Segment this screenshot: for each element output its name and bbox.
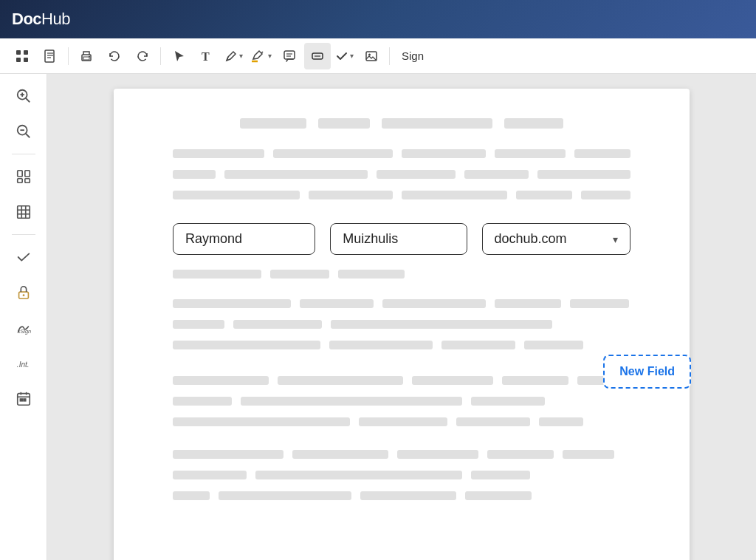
sidebar-separator-2 bbox=[12, 234, 35, 235]
placeholder bbox=[570, 299, 629, 308]
placeholder bbox=[278, 376, 403, 385]
placeholder bbox=[402, 191, 507, 199]
placeholder bbox=[233, 320, 322, 329]
logo-hub: Hub bbox=[41, 10, 70, 28]
placeholder bbox=[173, 341, 320, 349]
zoom-out-button[interactable] bbox=[7, 115, 40, 148]
first-name-field[interactable]: Raymond bbox=[173, 223, 315, 255]
pages-button[interactable] bbox=[37, 43, 63, 69]
svg-text:T: T bbox=[202, 50, 210, 63]
last-name-field[interactable]: Muizhulis bbox=[330, 223, 467, 255]
placeholder bbox=[173, 450, 284, 459]
initials-button[interactable]: .Int. bbox=[7, 347, 40, 380]
placeholder bbox=[300, 299, 374, 308]
placeholder bbox=[338, 270, 405, 279]
placeholder bbox=[318, 118, 370, 129]
placeholder bbox=[581, 191, 630, 199]
placeholder bbox=[331, 320, 552, 329]
placeholder bbox=[574, 149, 630, 158]
image-button[interactable] bbox=[358, 43, 385, 69]
placeholder bbox=[224, 170, 368, 179]
placeholder bbox=[537, 170, 630, 179]
svg-point-21 bbox=[368, 53, 371, 55]
check-button[interactable]: ▾ bbox=[332, 43, 357, 69]
sign-button[interactable]: Sign bbox=[394, 45, 431, 66]
svg-rect-32 bbox=[24, 179, 29, 183]
placeholder bbox=[524, 341, 583, 349]
apps-button[interactable] bbox=[9, 43, 35, 69]
signature-button[interactable]: xSign bbox=[7, 312, 40, 344]
gap-2 bbox=[173, 438, 630, 450]
thumbnails-button[interactable] bbox=[7, 196, 40, 228]
placeholder bbox=[173, 397, 232, 406]
print-button[interactable] bbox=[73, 43, 100, 69]
placeholder bbox=[173, 149, 264, 158]
check-form-button[interactable] bbox=[7, 241, 40, 273]
sidebar-separator-1 bbox=[12, 154, 35, 154]
placeholder bbox=[504, 118, 563, 129]
logo-doc: Doc bbox=[12, 10, 41, 28]
svg-line-27 bbox=[25, 134, 30, 138]
field-button[interactable] bbox=[304, 43, 331, 69]
placeholder bbox=[382, 299, 486, 308]
placeholder bbox=[465, 491, 532, 500]
text-button[interactable]: T bbox=[193, 43, 220, 69]
domain-value: dochub.com bbox=[495, 231, 567, 247]
svg-rect-46 bbox=[20, 399, 22, 401]
svg-rect-0 bbox=[16, 50, 21, 55]
placeholder bbox=[240, 118, 306, 129]
form-fields: Raymond Muizhulis dochub.com ▾ bbox=[173, 223, 630, 255]
sign-label: Sign bbox=[402, 49, 424, 62]
svg-rect-29 bbox=[17, 171, 21, 177]
sidebar: xSign .Int. bbox=[0, 74, 47, 560]
placeholder bbox=[255, 471, 462, 479]
cursor-button[interactable] bbox=[165, 43, 192, 69]
doc-page: Raymond Muizhulis dochub.com ▾ bbox=[114, 89, 690, 560]
separator-3 bbox=[389, 47, 390, 65]
pages-panel-button[interactable] bbox=[7, 160, 40, 193]
placeholder-row-mid bbox=[173, 270, 630, 284]
undo-button[interactable] bbox=[101, 43, 128, 69]
header: DocHub bbox=[0, 0, 756, 38]
highlight-arrow: ▾ bbox=[268, 52, 272, 60]
svg-rect-4 bbox=[45, 50, 54, 62]
placeholder bbox=[329, 341, 433, 349]
svg-rect-31 bbox=[17, 179, 21, 183]
placeholder bbox=[173, 376, 269, 385]
svg-rect-15 bbox=[284, 51, 295, 59]
zoom-in-button[interactable] bbox=[7, 80, 40, 112]
separator-1 bbox=[68, 47, 69, 65]
dropdown-arrow-icon: ▾ bbox=[613, 233, 618, 245]
comment-button[interactable] bbox=[276, 43, 303, 69]
date-button[interactable] bbox=[7, 383, 40, 415]
svg-point-10 bbox=[89, 55, 90, 57]
last-name-value: Muizhulis bbox=[343, 231, 398, 247]
domain-field[interactable]: dochub.com ▾ bbox=[482, 223, 630, 255]
draw-button[interactable]: ▾ bbox=[221, 43, 246, 69]
placeholder bbox=[502, 376, 568, 385]
placeholder bbox=[441, 341, 515, 349]
placeholder bbox=[397, 450, 478, 459]
check-arrow: ▾ bbox=[350, 52, 354, 60]
svg-line-14 bbox=[261, 52, 263, 53]
placeholder bbox=[456, 417, 530, 426]
new-field-tooltip[interactable]: New Field bbox=[603, 355, 691, 389]
highlight-button[interactable]: ▾ bbox=[247, 43, 275, 69]
svg-rect-9 bbox=[83, 57, 89, 60]
placeholder bbox=[173, 299, 291, 308]
redo-button[interactable] bbox=[129, 43, 156, 69]
placeholder bbox=[241, 397, 462, 406]
placeholder bbox=[360, 491, 456, 500]
placeholder bbox=[412, 376, 493, 385]
lock-button[interactable] bbox=[7, 276, 40, 309]
document-area: Raymond Muizhulis dochub.com ▾ bbox=[47, 74, 756, 560]
placeholder bbox=[173, 320, 224, 329]
svg-text:.Int.: .Int. bbox=[16, 361, 29, 369]
toolbar: T ▾ ▾ ▾ Sign bbox=[0, 38, 756, 74]
svg-rect-47 bbox=[24, 399, 26, 401]
svg-text:xSign: xSign bbox=[16, 328, 30, 335]
placeholder bbox=[471, 397, 545, 406]
svg-rect-3 bbox=[24, 58, 28, 62]
placeholder bbox=[487, 450, 554, 459]
placeholder bbox=[173, 417, 350, 426]
